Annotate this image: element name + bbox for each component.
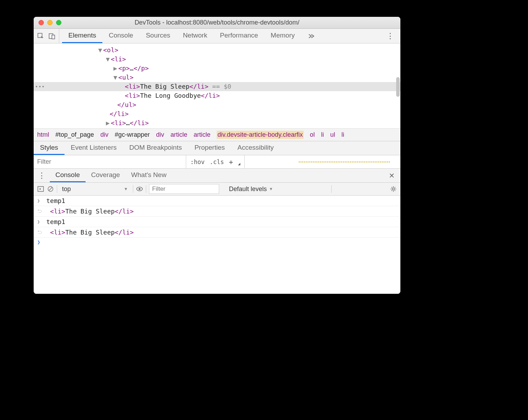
minimize-window-button[interactable] (47, 20, 53, 25)
dom-node[interactable]: ▶<p>…</p> (34, 64, 400, 73)
add-rule-icon[interactable]: + (228, 157, 235, 167)
device-toggle-icon[interactable] (48, 33, 55, 40)
console-row[interactable]: ❯ temp1 (34, 217, 400, 227)
crumb-active[interactable]: div.devsite-article-body.clearfix (217, 131, 303, 139)
crumb[interactable]: #top_of_page (55, 131, 94, 138)
subtab-accessibility[interactable]: Accessibility (231, 141, 280, 155)
dom-node[interactable]: </li> (34, 109, 400, 118)
more-tabs-icon[interactable] (305, 34, 318, 39)
drawer-tab-coverage[interactable]: Coverage (86, 169, 126, 182)
window-title: DevTools - localhost:8080/web/tools/chro… (34, 19, 400, 26)
traffic-lights (39, 20, 61, 25)
dom-node[interactable]: <li>The Long Goodbye</li> (34, 91, 400, 100)
tab-sources[interactable]: Sources (140, 29, 177, 43)
live-expression-icon[interactable] (136, 185, 143, 192)
kebab-menu-icon[interactable]: ⋮ (380, 32, 400, 41)
crumb[interactable]: ul (330, 131, 335, 138)
styles-filter-input[interactable] (34, 155, 186, 168)
dom-node[interactable]: ▼<ol> (34, 46, 400, 55)
tab-performance[interactable]: Performance (214, 29, 264, 43)
expand-icon[interactable]: ◢ (237, 161, 242, 167)
tab-memory[interactable]: Memory (264, 29, 301, 43)
svg-line-5 (49, 187, 52, 191)
subtab-styles[interactable]: Styles (34, 141, 65, 155)
crumb[interactable]: article (170, 131, 187, 138)
drawer-tab-whatsnew[interactable]: What's New (126, 169, 172, 182)
crumb[interactable]: #gc-wrapper (115, 131, 150, 138)
crumb[interactable]: li (341, 131, 344, 138)
dom-tree-panel[interactable]: ▼<ol> ▼<li> ▶<p>…</p> ▼<ul> ••• <li>The … (34, 43, 400, 128)
hov-toggle[interactable]: :hov (189, 158, 206, 166)
crumb[interactable]: div (100, 131, 108, 138)
cls-toggle[interactable]: .cls (208, 158, 225, 166)
svg-point-7 (138, 188, 140, 190)
main-tabs: Elements Console Sources Network Perform… (62, 29, 301, 43)
console-output[interactable]: ❯ temp1 ⮌ <li>The Big Sleep</li> ❯ temp1… (34, 196, 400, 294)
svg-point-8 (392, 188, 394, 190)
crumb[interactable]: div (156, 131, 164, 138)
dom-node[interactable]: ▼<ul> (34, 73, 400, 82)
tab-console[interactable]: Console (102, 29, 140, 43)
toolbar-left (34, 29, 59, 43)
console-prompt[interactable]: ❯ (34, 238, 400, 247)
drawer-kebab-icon[interactable]: ⋮ (34, 171, 50, 180)
log-levels-select[interactable]: Default levels ▼ (229, 185, 273, 193)
tab-elements[interactable]: Elements (62, 29, 102, 43)
styles-subtabs: Styles Event Listeners DOM Breakpoints P… (34, 141, 400, 155)
output-caret-icon: ⮌ (37, 230, 43, 235)
subtab-dom-breakpoints[interactable]: DOM Breakpoints (123, 141, 188, 155)
dom-node[interactable]: ▶<li>…</li> (34, 118, 400, 128)
input-caret-icon: ❯ (37, 198, 43, 203)
close-drawer-icon[interactable]: ✕ (383, 171, 400, 180)
drawer-tab-console[interactable]: Console (50, 169, 86, 182)
console-toolbar: top ▼ Default levels ▼ (34, 182, 400, 196)
console-settings-icon[interactable] (390, 185, 397, 192)
output-caret-icon: ⮌ (37, 209, 43, 214)
styles-toggles: :hov .cls + ◢ (186, 155, 245, 168)
tab-network[interactable]: Network (177, 29, 214, 43)
clear-console-icon[interactable] (47, 185, 54, 192)
crumb[interactable]: html (37, 131, 49, 138)
dom-node[interactable]: </ul> (34, 100, 400, 109)
chevron-down-icon: ▼ (124, 187, 128, 191)
dom-node[interactable]: ▼<li> (34, 55, 400, 64)
subtab-properties[interactable]: Properties (188, 141, 231, 155)
drawer-tabbar: ⋮ Console Coverage What's New ✕ (34, 168, 400, 182)
dom-node-selected[interactable]: ••• <li>The Big Sleep</li> == $0 (34, 82, 400, 91)
console-filter-input[interactable] (149, 184, 219, 194)
styles-empty (245, 155, 400, 168)
console-row[interactable]: ❯ temp1 (34, 196, 400, 206)
ellipsis-icon[interactable]: ••• (35, 82, 45, 91)
crumb[interactable]: article (194, 131, 210, 138)
prompt-caret-icon: ❯ (37, 239, 43, 245)
subtab-event-listeners[interactable]: Event Listeners (65, 141, 123, 155)
close-window-button[interactable] (39, 20, 44, 25)
styles-filterbar: :hov .cls + ◢ (34, 155, 400, 168)
crumb[interactable]: ol (310, 131, 315, 138)
console-row[interactable]: ⮌ <li>The Big Sleep</li> (34, 206, 400, 217)
zoom-window-button[interactable] (56, 20, 61, 25)
console-row[interactable]: ⮌ <li>The Big Sleep</li> (34, 227, 400, 238)
console-sidebar-toggle-icon[interactable] (37, 185, 44, 192)
crumb[interactable]: li (321, 131, 324, 138)
chevron-down-icon: ▼ (269, 187, 273, 191)
titlebar: DevTools - localhost:8080/web/tools/chro… (34, 17, 400, 29)
main-tabbar: Elements Console Sources Network Perform… (34, 29, 400, 43)
context-select[interactable]: top ▼ (60, 185, 130, 193)
breadcrumb: html #top_of_page div #gc-wrapper div ar… (34, 128, 400, 141)
svg-rect-2 (52, 35, 55, 39)
inspect-icon[interactable] (37, 33, 44, 40)
scrollbar-thumb[interactable] (396, 77, 400, 97)
input-caret-icon: ❯ (37, 219, 43, 224)
devtools-window: DevTools - localhost:8080/web/tools/chro… (34, 17, 400, 294)
